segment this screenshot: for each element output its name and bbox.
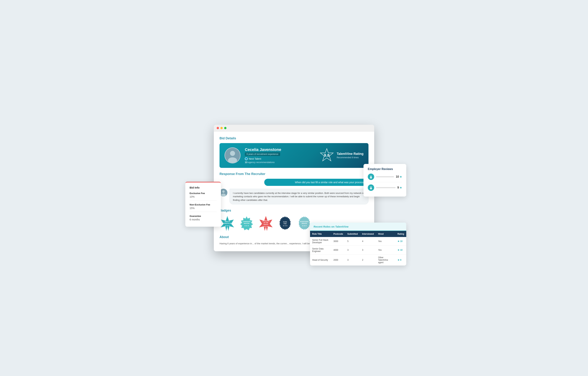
globe-icon: 🌐 <box>245 157 248 160</box>
cell-role: Senior Data Engineer <box>310 246 331 254</box>
svg-text:RARE: RARE <box>283 221 287 223</box>
badge-new-marketplace: NEW TO MARKETPLACE ★★★ <box>220 215 235 231</box>
non-exclusive-fee-value: 15% <box>189 207 217 209</box>
exclusive-fee-value: 10% <box>189 195 217 198</box>
rating-main-label: TalentVine Rating <box>337 152 364 156</box>
mac-titlebar <box>214 125 374 132</box>
svg-point-31 <box>370 188 372 189</box>
svg-text:★★★: ★★★ <box>263 225 268 227</box>
svg-marker-17 <box>259 216 273 231</box>
svg-point-29 <box>370 177 372 178</box>
badge-exceptional-service: EXCEPTIONAL SERVICE ★★★ <box>296 215 312 231</box>
col-postcode: Postcode <box>331 231 345 237</box>
cell-rating: ★ 9 <box>395 254 406 266</box>
guarantee-label: Guarantee <box>189 215 217 217</box>
review-star-2: ★ <box>400 186 402 189</box>
col-hired: Hired <box>376 231 395 237</box>
bid-details-title: Bid Details <box>220 136 368 140</box>
table-row: Senior Full Stack Developer 3000 5 4 Yes… <box>310 237 406 246</box>
svg-point-2 <box>228 157 237 164</box>
recent-roles-card: Recent Roles on TalentVine Role Title Po… <box>310 223 406 265</box>
guarantee-value: 6 months <box>189 218 217 221</box>
recruiter-name: Cecelia Javenstone <box>245 147 315 152</box>
svg-point-30 <box>370 187 372 188</box>
table-row: Senior Data Engineer 4000 3 3 Yes ★ 10 <box>310 246 406 254</box>
rating-label: TalentVine Rating Recommended 9 times <box>337 152 364 159</box>
cell-interviewed: 3 <box>360 246 376 254</box>
badge-rare-find: RARE FIND ★★★ <box>277 215 293 231</box>
chat-answer-bubble: I currently have two candidates currentl… <box>230 189 368 205</box>
review-score-2: 9 ★ <box>397 186 402 189</box>
agency-name: Next Talent <box>249 157 261 160</box>
scene: Bid Info Exclusive Fee 10% Non-Exclusive… <box>214 125 374 251</box>
svg-text:★★★: ★★★ <box>283 225 288 227</box>
review-bar-2 <box>376 187 396 188</box>
review-score-1: 10 ★ <box>396 175 402 178</box>
guarantee-field: Guarantee 6 months <box>189 215 217 223</box>
cell-rating: ★ 10 <box>395 246 406 254</box>
cell-postcode: 3000 <box>331 237 345 246</box>
recruiter-experience: 6 years of recruitment experience <box>245 152 280 156</box>
col-role-title: Role Title <box>310 231 331 237</box>
rating-section: 9.8 TalentVine Rating Recommended 9 time… <box>320 148 364 163</box>
svg-text:★★★: ★★★ <box>302 225 307 227</box>
cell-postcode: 2000 <box>331 254 345 266</box>
roles-table: Role Title Postcode Submitted Interviewe… <box>310 231 406 265</box>
svg-point-5 <box>222 190 225 193</box>
badge-recruiter-month: RECRUITER OF THE MONTH ★★★ <box>258 215 274 231</box>
col-submitted: Submitted <box>345 231 360 237</box>
review-avatar-1 <box>368 174 374 180</box>
svg-text:SERVICE: SERVICE <box>302 223 307 224</box>
col-interviewed: Interviewed <box>360 231 376 237</box>
cell-role: Head of Security <box>310 254 331 266</box>
cell-role: Senior Full Stack Developer <box>310 237 331 246</box>
cell-submitted: 5 <box>345 237 360 246</box>
recommendations-count: 13 <box>245 161 247 164</box>
maximize-button[interactable] <box>224 127 226 129</box>
recruiter-recommendations: 13 agency recommendations <box>245 161 315 164</box>
table-row: Head of Security 2000 3 2 Other TalentVi… <box>310 254 406 266</box>
cell-hired: Yes <box>376 246 395 254</box>
recruiter-banner: Cecelia Javenstone 6 years of recruitmen… <box>220 143 368 168</box>
svg-text:★★★: ★★★ <box>244 225 249 227</box>
response-title: Response From The Recruiter <box>220 172 368 176</box>
recruiter-info: Cecelia Javenstone 6 years of recruitmen… <box>245 147 315 164</box>
rating-number: 9.8 <box>324 153 329 158</box>
review-bar-1 <box>376 176 394 177</box>
recruiter-avatar <box>224 147 241 163</box>
cell-interviewed: 2 <box>360 254 376 266</box>
review-score-1-value: 10 <box>396 175 399 178</box>
cell-interviewed: 4 <box>360 237 376 246</box>
star-rating: 9.8 <box>320 148 334 163</box>
svg-text:MASTER: MASTER <box>244 223 250 224</box>
svg-text:MONTH: MONTH <box>263 224 268 225</box>
table-header-row: Role Title Postcode Submitted Interviewe… <box>310 231 406 237</box>
close-button[interactable] <box>217 127 219 129</box>
minimize-button[interactable] <box>220 127 223 129</box>
review-star-1: ★ <box>400 175 402 178</box>
badge-candidate-master: CANDIDATE MASTER ★★★ <box>239 215 254 231</box>
exclusive-fee-label: Exclusive Fee <box>189 192 217 195</box>
rating-sub-label: Recommended 9 times <box>337 156 359 159</box>
cell-submitted: 3 <box>345 254 360 266</box>
cell-hired: Other TalentVine agent <box>376 254 395 266</box>
svg-point-28 <box>370 176 372 177</box>
exclusive-fee-field: Exclusive Fee 10% <box>189 192 217 200</box>
col-rating: Rating <box>395 231 406 237</box>
review-score-2-value: 9 <box>397 186 399 189</box>
employer-reviews-title: Employer Reviews <box>368 167 402 171</box>
review-avatar-2 <box>368 184 374 191</box>
badges-title: Badges <box>220 209 368 212</box>
svg-text:FIND: FIND <box>284 223 287 225</box>
bid-info-card: Bid Info Exclusive Fee 10% Non-Exclusive… <box>185 182 221 227</box>
chat-question-bubble: When did you last fill a similar role an… <box>264 179 368 186</box>
employer-reviews-card: Employer Reviews 10 ★ <box>364 164 406 197</box>
cell-submitted: 3 <box>345 246 360 254</box>
svg-text:RECRUITER: RECRUITER <box>262 220 270 221</box>
recent-roles-header: Recent Roles on TalentVine <box>310 223 406 231</box>
bid-info-title: Bid Info <box>189 186 217 189</box>
cell-hired: Yes <box>376 237 395 246</box>
non-exclusive-fee-field: Non-Exclusive Fee 15% <box>189 203 217 212</box>
svg-text:★★★: ★★★ <box>225 225 230 227</box>
svg-text:CANDIDATE: CANDIDATE <box>243 221 251 222</box>
